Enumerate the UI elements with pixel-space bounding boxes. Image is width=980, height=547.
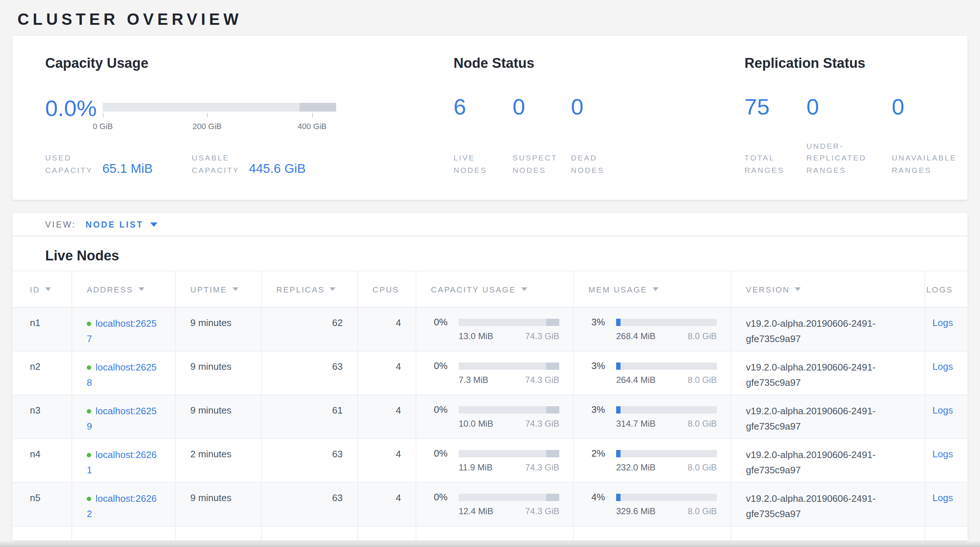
table-cell <box>574 526 731 541</box>
chevron-down-icon <box>150 222 157 226</box>
cluster-summary-card: Capacity Usage 0.0% 0 GiB 200 GiB 400 Gi… <box>13 36 967 200</box>
node-id-cell: n4 <box>13 439 72 482</box>
stat-label: UNAVAILABLE RANGES <box>892 152 962 177</box>
node-replicas-cell: 63 <box>262 483 358 526</box>
table-body: n1 localhost:26257 9 minutes 62 4 0% 13.… <box>13 308 967 526</box>
mem-used-value: 264.4 MiB <box>616 375 655 385</box>
axis-tick-label: 200 GiB <box>192 122 222 130</box>
capacity-percent: 0% <box>434 448 453 459</box>
node-logs-cell: Logs <box>925 395 967 438</box>
logs-link[interactable]: Logs <box>932 448 953 460</box>
used-capacity-label: USED CAPACITY <box>45 152 93 176</box>
stat-value: 0 <box>892 95 979 118</box>
column-header-id[interactable]: ID <box>13 271 72 307</box>
axis-tick <box>103 113 103 118</box>
column-header-version[interactable]: VERSION <box>731 271 925 307</box>
node-cpus-cell: 4 <box>358 351 416 394</box>
capacity-usage-cell: 0% 7.3 MiB 74.3 GiB <box>416 351 574 394</box>
capacity-bar <box>459 406 559 413</box>
node-replicas-cell: 63 <box>262 351 358 394</box>
mem-max-value: 8.0 GiB <box>687 506 717 516</box>
sort-arrow-icon <box>795 287 800 291</box>
capacity-percent: 0% <box>434 491 453 502</box>
mem-used-value: 314.7 MiB <box>616 419 655 429</box>
sort-arrow-icon <box>521 287 527 291</box>
stat-suspect-nodes: 0 SUSPECT NODES <box>512 95 571 177</box>
capacity-max-value: 74.3 GiB <box>525 506 559 516</box>
capacity-percent: 0% <box>434 360 453 371</box>
node-live-status-icon <box>87 409 91 413</box>
axis-tick <box>312 113 313 118</box>
capacity-percent: 0% <box>434 404 453 415</box>
column-header-capacity-usage[interactable]: CAPACITY USAGE <box>416 271 574 307</box>
table-cell <box>262 526 358 541</box>
column-header-label: CAPACITY USAGE <box>431 285 516 294</box>
sort-arrow-icon <box>138 287 144 291</box>
node-address-link[interactable]: localhost:26261 <box>87 449 157 475</box>
column-header-logs: LOGS <box>925 271 967 307</box>
column-header-address[interactable]: ADDRESS <box>72 271 176 307</box>
column-header-mem-usage[interactable]: MEM USAGE <box>574 271 731 307</box>
capacity-max-value: 74.3 GiB <box>525 375 559 385</box>
table-row: n1 localhost:26257 9 minutes 62 4 0% 13.… <box>13 308 967 351</box>
logs-link[interactable]: Logs <box>932 492 953 503</box>
usable-capacity-label: USABLE CAPACITY <box>192 152 240 176</box>
node-live-status-icon <box>87 366 91 370</box>
used-capacity-value: 65.1 MiB <box>102 163 153 175</box>
axis-tick <box>207 113 208 118</box>
mem-bar-fill <box>616 493 620 501</box>
page-title: CLUSTER OVERVIEW <box>18 10 242 29</box>
table-row: n5 localhost:26262 9 minutes 63 4 0% 12.… <box>13 483 967 526</box>
node-uptime-cell: 9 minutes <box>176 395 262 438</box>
mem-bar <box>616 406 717 413</box>
column-header-label: VERSION <box>746 285 790 294</box>
capacity-max-value: 74.3 GiB <box>525 419 559 429</box>
capacity-usage-cell: 0% 11.9 MiB 74.3 GiB <box>416 439 574 482</box>
column-header-replicas[interactable]: REPLICAS <box>262 271 358 307</box>
view-bar: VIEW: NODE LIST <box>13 213 967 236</box>
node-id-cell: n2 <box>13 351 72 394</box>
capacity-bar-end-segment <box>546 493 559 501</box>
stat-label: LIVE NODES <box>453 152 503 177</box>
usable-capacity-value: 445.6 GiB <box>249 163 306 175</box>
table-row: n4 localhost:26261 2 minutes 63 4 0% 11.… <box>13 439 967 483</box>
stat-value: 0 <box>807 95 892 118</box>
table-cell <box>72 526 176 541</box>
column-header-uptime[interactable]: UPTIME <box>176 271 262 307</box>
stat-label: TOTAL RANGES <box>745 152 807 177</box>
node-uptime-cell: 2 minutes <box>176 439 262 482</box>
node-address-link[interactable]: localhost:26257 <box>87 318 157 344</box>
node-status-title: Node Status <box>453 56 535 72</box>
logs-link[interactable]: Logs <box>932 361 953 372</box>
node-list-card: VIEW: NODE LIST Live Nodes IDADDRESSUPTI… <box>13 213 967 541</box>
node-address-link[interactable]: localhost:26262 <box>87 493 157 519</box>
mem-used-value: 329.6 MiB <box>616 506 655 516</box>
mem-bar-fill <box>616 450 620 457</box>
stat-label: SUSPECT NODES <box>512 152 562 177</box>
node-version-cell: v19.2.0-alpha.20190606-2491-gfe735c9a97 <box>731 483 925 526</box>
stat-label: DEAD NODES <box>571 152 620 177</box>
node-logs-cell: Logs <box>925 483 967 526</box>
node-logs-cell: Logs <box>925 439 967 482</box>
logs-link[interactable]: Logs <box>932 317 953 328</box>
logs-link[interactable]: Logs <box>932 405 953 416</box>
view-selector-dropdown[interactable]: NODE LIST <box>86 220 158 229</box>
sort-arrow-icon <box>652 287 658 291</box>
node-address-link[interactable]: localhost:26258 <box>87 362 157 388</box>
table-cell <box>13 526 72 541</box>
view-label: VIEW: <box>45 220 76 229</box>
node-id-cell: n5 <box>13 483 72 526</box>
axis-tick-label: 400 GiB <box>298 122 327 130</box>
mem-percent: 2% <box>591 448 610 459</box>
node-replicas-cell: 63 <box>262 439 358 482</box>
table-cell <box>176 526 262 541</box>
node-version-cell: v19.2.0-alpha.20190606-2491-gfe735c9a97 <box>731 395 925 438</box>
node-address-link[interactable]: localhost:26259 <box>87 405 157 432</box>
table-header-row: IDADDRESSUPTIMEREPLICASCPUSCAPACITY USAG… <box>13 270 967 308</box>
node-id-cell: n3 <box>13 395 72 438</box>
node-cpus-cell: 4 <box>358 483 416 526</box>
usable-capacity-stat: USABLE CAPACITY 445.6 GiB <box>192 152 305 176</box>
mem-usage-cell: 3% 314.7 MiB 8.0 GiB <box>574 395 731 438</box>
stat-live-nodes: 6 LIVE NODES <box>453 95 512 177</box>
replication-status-title: Replication Status <box>745 56 865 72</box>
